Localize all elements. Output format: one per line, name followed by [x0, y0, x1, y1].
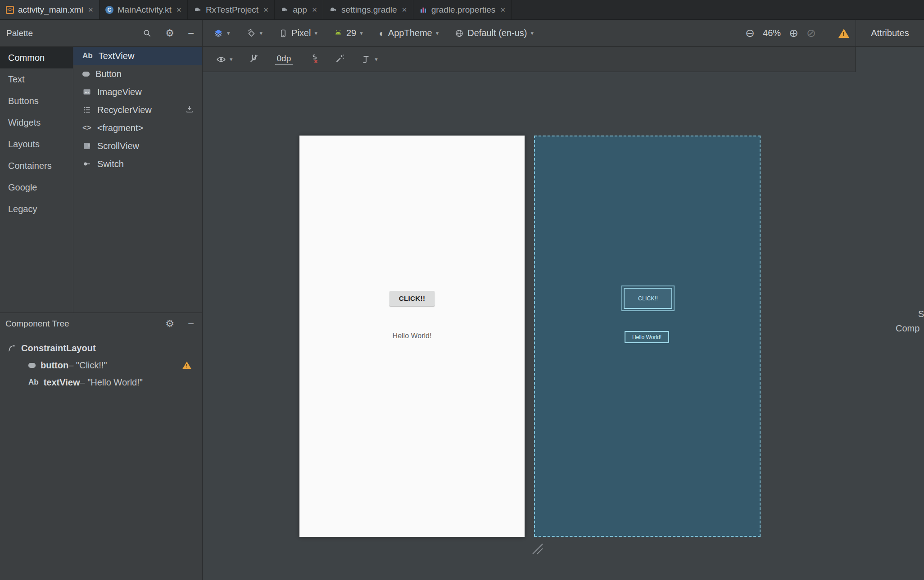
tab-rxtestproject[interactable]: RxTestProject × [188, 0, 275, 19]
clear-constraints-button[interactable] [309, 54, 319, 65]
palette-panel: Common Text Buttons Widgets Layouts Cont… [0, 47, 202, 313]
eye-icon [216, 54, 226, 64]
node-value: – "Hello World!" [80, 377, 142, 387]
orientation-selector[interactable]: ▾ [246, 28, 263, 38]
component-button[interactable]: Button [73, 65, 202, 83]
zoom-in-icon[interactable]: ⊕ [789, 27, 798, 39]
chevron-down-icon: ▾ [530, 30, 534, 36]
component-label: ImageView [97, 87, 142, 97]
default-margin-selector[interactable]: 0dp [275, 54, 293, 65]
design-button[interactable]: CLICK!! [390, 291, 435, 306]
tab-label: activity_main.xml [18, 5, 83, 15]
zoom-to-fit-icon[interactable]: ⊘ [806, 27, 816, 39]
tree-node-constraintlayout[interactable]: ConstraintLayout [0, 340, 202, 357]
layout-xml-file-icon: <> [6, 6, 14, 14]
editor-tab-bar: <> activity_main.xml × C MainActivity.kt… [0, 0, 924, 20]
attributes-label: Attributes [871, 28, 909, 38]
properties-file-icon [419, 6, 427, 14]
tab-label: settings.gradle [341, 5, 397, 15]
design-main-toolbar: Palette ⚙ − ▾ ▾ Pixel ▾ 2 [0, 20, 924, 47]
search-icon[interactable] [143, 29, 152, 38]
gear-icon[interactable]: ⚙ [165, 28, 174, 38]
tab-label: MainActivity.kt [118, 5, 172, 15]
chevron-down-icon: ▾ [260, 30, 263, 36]
category-layouts[interactable]: Layouts [0, 133, 73, 155]
warnings-icon[interactable] [838, 29, 849, 38]
autoconnect-toggle[interactable] [249, 54, 259, 65]
design-canvas: ▾ 0dp ▾ CLICK!! Hello World! CLICK!! [203, 47, 924, 580]
component-textview[interactable]: Ab TextView [73, 47, 202, 65]
theme-selector[interactable]: ◐ AppTheme ▾ [379, 28, 439, 38]
attributes-panel-tab[interactable]: Attributes [856, 20, 924, 46]
close-icon[interactable]: × [263, 5, 268, 15]
category-legacy[interactable]: Legacy [0, 198, 73, 220]
theme-name: AppTheme [388, 28, 432, 38]
blueprint-textview[interactable]: Hello World! [625, 331, 669, 343]
hide-panel-icon[interactable]: − [188, 28, 194, 39]
gradle-elephant-icon [194, 6, 202, 14]
design-surface-selector[interactable]: ▾ [213, 28, 230, 38]
tab-settings-gradle[interactable]: settings.gradle × [323, 0, 413, 19]
close-icon[interactable]: × [88, 5, 93, 15]
canvas-resize-handle[interactable] [531, 542, 544, 557]
node-label: button [41, 360, 68, 370]
category-buttons[interactable]: Buttons [0, 90, 73, 112]
close-icon[interactable]: × [402, 5, 407, 15]
design-view-surface[interactable]: CLICK!! Hello World! [299, 136, 525, 537]
download-icon[interactable] [185, 104, 194, 116]
tree-node-textview[interactable]: Ab textView– "Hello World!" [0, 374, 202, 391]
palette-components: Ab TextView Button ImageView RecyclerVie… [73, 47, 202, 313]
node-label: ConstraintLayout [21, 343, 96, 353]
hide-panel-icon[interactable]: − [188, 318, 194, 329]
layers-icon [213, 28, 223, 38]
android-icon [334, 29, 343, 38]
blueprint-view-surface[interactable]: CLICK!! Hello World! [534, 136, 761, 537]
chevron-down-icon: ▾ [314, 30, 317, 36]
right-edge-text-line2: Comp [896, 323, 919, 334]
component-scrollview[interactable]: ScrollView [73, 137, 202, 155]
close-icon[interactable]: × [177, 5, 181, 15]
palette-title: Palette [6, 28, 33, 38]
locale-selector[interactable]: Default (en-us) ▾ [455, 28, 534, 38]
close-icon[interactable]: × [312, 5, 317, 15]
design-surface-options: ▾ ▾ Pixel ▾ 29 ▾ ◐ AppTheme ▾ [203, 20, 534, 46]
recyclerview-icon [82, 105, 91, 114]
blueprint-button[interactable]: CLICK!! [624, 288, 672, 309]
infer-constraints-button[interactable] [335, 54, 345, 65]
fragment-icon: <> [82, 123, 91, 132]
category-common[interactable]: Common [0, 47, 73, 68]
component-fragment[interactable]: <> <fragment> [73, 119, 202, 137]
tree-node-button[interactable]: button– "Click!!" [0, 357, 202, 374]
node-value: – "Click!!" [68, 360, 107, 370]
component-recyclerview[interactable]: RecyclerView [73, 101, 202, 119]
category-containers[interactable]: Containers [0, 155, 73, 177]
design-textview[interactable]: Hello World! [299, 332, 525, 340]
textview-icon: Ab [82, 51, 93, 60]
tab-gradle-properties[interactable]: gradle.properties × [413, 0, 512, 19]
tab-mainactivity-kt[interactable]: C MainActivity.kt × [100, 0, 188, 19]
view-options[interactable]: ▾ [216, 54, 233, 64]
zoom-out-icon[interactable]: ⊖ [745, 27, 755, 39]
component-imageview[interactable]: ImageView [73, 83, 202, 101]
close-icon[interactable]: × [500, 5, 505, 15]
tab-app[interactable]: app × [275, 0, 323, 19]
tab-activity-main-xml[interactable]: <> activity_main.xml × [0, 0, 100, 19]
align-menu[interactable]: ▾ [361, 54, 378, 64]
palette-header: Palette ⚙ − [0, 20, 203, 46]
device-selector[interactable]: Pixel ▾ [279, 28, 317, 38]
locale-name: Default (en-us) [467, 28, 527, 38]
gear-icon[interactable]: ⚙ [165, 319, 174, 329]
node-label: textView [44, 377, 80, 387]
button-icon [28, 363, 36, 368]
category-widgets[interactable]: Widgets [0, 112, 73, 133]
category-google[interactable]: Google [0, 177, 73, 198]
component-switch[interactable]: Switch [73, 155, 202, 173]
kotlin-class-icon: C [105, 6, 113, 14]
constraintlayout-icon [7, 344, 16, 353]
magic-wand-icon [335, 54, 345, 63]
api-level-selector[interactable]: 29 ▾ [334, 28, 363, 38]
switch-icon [82, 159, 91, 168]
component-label: ScrollView [97, 141, 139, 151]
category-text[interactable]: Text [0, 68, 73, 90]
tab-label: RxTestProject [206, 5, 258, 15]
